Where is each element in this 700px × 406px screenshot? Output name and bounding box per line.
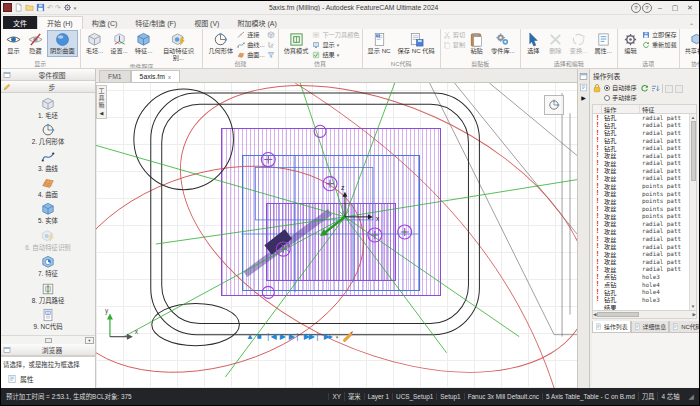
operation-row-24[interactable]: !钻孔hole3 (593, 296, 689, 304)
status-item-6[interactable]: 5 Axis Table_Table - C on B.md (542, 393, 638, 400)
steps-overflow-button[interactable]: ▾ (85, 337, 94, 344)
ribbon-button-del[interactable]: 删除 (545, 30, 566, 57)
ops-tab-2[interactable]: NC代码 (669, 321, 700, 333)
operation-row-13[interactable]: !攻丝points_patt (593, 213, 689, 221)
operation-column-header[interactable]: 操作 (602, 105, 640, 114)
status-item-5[interactable]: Fanuc 3x Mill Default.cnc (464, 393, 542, 400)
steps-collapse-handle[interactable] (45, 338, 52, 343)
ribbon-mini-button-filter[interactable] (266, 50, 276, 59)
ribbon-button-eye-off[interactable]: 隐藏 (25, 30, 46, 57)
tab-close-icon[interactable]: x (168, 74, 171, 80)
step-item-5[interactable]: 5. 实体 (38, 202, 58, 225)
graphics-canvas[interactable]: x z y x 工具箱 ◀ ▲■❘◀ (96, 83, 577, 388)
new-file-icon[interactable] (14, 3, 23, 12)
ribbon-button-circle[interactable]: 几何形体 (205, 30, 236, 57)
operation-row-19[interactable]: !攻丝radial_patt (593, 258, 689, 266)
menu-tab-4[interactable]: 附加模块 (A) (228, 16, 285, 29)
operation-row-11[interactable]: !攻丝points_patt (593, 197, 689, 205)
ribbon-button-partlib[interactable]: 零件库... (488, 30, 518, 57)
refresh-icon[interactable] (640, 84, 649, 93)
operation-row-10[interactable]: !攻丝points_patt (593, 190, 689, 198)
scroll-right-icon[interactable]: ▶ (693, 312, 696, 317)
playback-fast-forward-button[interactable]: ▶▶❘ (304, 333, 320, 341)
ribbon-button-cube[interactable]: 毛坯... (83, 30, 107, 57)
ribbon-button-cursor[interactable]: 选择 (523, 30, 544, 57)
operation-row-3[interactable]: !钻孔radial_patt (593, 137, 689, 145)
playback-step-forward-button[interactable]: ▶❘ (289, 333, 300, 341)
auto-sort-radio[interactable]: 自动排序 (604, 83, 637, 92)
undo-icon[interactable]: ↶ (47, 4, 53, 12)
open-file-icon[interactable] (25, 3, 34, 12)
playback-eject-button[interactable]: ▲ (246, 333, 253, 341)
help-icon-2[interactable]: ? (642, 3, 652, 13)
operation-row-1[interactable]: !钻孔radial_patt (593, 122, 689, 130)
ops-tab-1[interactable]: 详细信息 (631, 321, 670, 333)
step-item-1[interactable]: 1. 毛坯 (38, 97, 58, 120)
operation-row-6[interactable]: !攻丝radial_patt (593, 159, 689, 167)
scroll-up-icon[interactable]: ▲ (691, 115, 695, 120)
toolbox-collapsed-tab[interactable]: 工具箱 ◀ (96, 85, 107, 119)
ribbon-button-display-s[interactable]: 显示▾ (312, 40, 359, 49)
ribbon-button-connect[interactable]: 连接 (237, 30, 265, 39)
status-item-4[interactable]: Setup1 (436, 393, 463, 400)
manual-sort-radio[interactable]: 手动排序 (604, 93, 637, 102)
operation-row-21[interactable]: !点钻hole3 (593, 273, 689, 281)
operation-row-22[interactable]: !点钻hole4 (593, 281, 689, 289)
browser-icon[interactable] (3, 346, 11, 354)
close-button[interactable]: ✕ (683, 2, 697, 13)
ops-tab-0[interactable]: 操作列表 (592, 321, 631, 333)
ribbon-button-cube-blue[interactable]: 特征... (132, 30, 156, 57)
customize-qat-icon[interactable] (63, 3, 72, 12)
ribbon-button-gear[interactable]: 编辑 (620, 30, 641, 57)
status-item-8[interactable]: 4 芯轴 (657, 392, 682, 401)
ribbon-button-curve[interactable]: 曲线... (237, 40, 265, 49)
sort-icon[interactable] (651, 84, 660, 93)
ribbon-button-eye[interactable]: 显示 (3, 30, 24, 57)
operation-row-5[interactable]: !攻丝radial_patt (593, 152, 689, 160)
menu-tab-2[interactable]: 特征/制造 (F) (126, 16, 185, 29)
ribbon-mini-button-lx[interactable] (266, 40, 276, 49)
menu-tab-1[interactable]: 构造 (C) (83, 16, 127, 29)
horizontal-scroll-thumb[interactable] (597, 312, 639, 317)
ribbon-button-setup[interactable]: 设置... (107, 30, 131, 57)
ribbon-button-transform[interactable]: 变换... (567, 30, 591, 57)
panel-window-icon[interactable] (3, 71, 11, 79)
ribbon-mini-button-cube[interactable] (266, 30, 276, 39)
ribbon-button-paste[interactable]: 粘贴 (466, 30, 487, 57)
export-icon[interactable] (675, 85, 683, 93)
operation-row-15[interactable]: !攻丝radial_patt (593, 228, 689, 236)
dock-expand-icon[interactable]: ▶ (581, 94, 586, 101)
scroll-left-icon[interactable]: ◀ (593, 312, 596, 317)
step-item-9[interactable]: 9. NC代码 (33, 308, 62, 331)
list-view-icon[interactable] (665, 85, 673, 93)
step-item-7[interactable]: 7. 特征 (38, 255, 58, 278)
operation-row-8[interactable]: !攻丝radial_patt (593, 175, 689, 183)
ribbon-button-tool-color[interactable]: 下一刀具颜色 (312, 30, 359, 39)
status-item-3[interactable]: UCS_Setup1 (392, 393, 436, 400)
playback-play-to-end-button[interactable]: ▶▸ (324, 333, 332, 341)
ribbon-button-sphere[interactable]: 阴影曲面 (47, 30, 78, 57)
file-tab[interactable]: 文件 (3, 16, 37, 29)
redo-icon[interactable]: ↷ (55, 4, 61, 12)
ribbon-button-share[interactable]: 共享视图 (682, 30, 699, 57)
ribbon-button-surface[interactable]: 曲面... (237, 50, 265, 59)
step-item-6[interactable]: 6. 自动特征识别 (25, 229, 70, 252)
vertical-scroll-thumb[interactable] (691, 121, 696, 181)
menu-tab-3[interactable]: 视图 (V) (185, 16, 228, 29)
ribbon-button-nc-doc[interactable]: 显示 NC (365, 30, 394, 57)
view-widget[interactable] (544, 95, 564, 115)
maximize-button[interactable]: ▢ (668, 2, 682, 13)
operation-row-9[interactable]: !攻丝points_patt (593, 182, 689, 190)
status-item-2[interactable]: Layer 1 (364, 393, 392, 400)
document-tab-0[interactable]: FM1 (99, 70, 131, 82)
playback-dropdown-icon[interactable]: ▾ (336, 334, 339, 340)
dock-icon-list[interactable] (579, 83, 588, 92)
operation-row-18[interactable]: !攻丝radial_patt (593, 250, 689, 258)
vertical-scrollbar[interactable]: ▲ ▼ (689, 114, 696, 310)
operation-row-12[interactable]: !攻丝points_patt (593, 205, 689, 213)
properties-item[interactable]: 属性 (1, 372, 95, 388)
step-item-8[interactable]: 8. 刀具路径 (32, 282, 65, 305)
operation-row-14[interactable]: !攻丝radial_patt (593, 220, 689, 228)
status-item-0[interactable]: XY (328, 393, 344, 400)
help-icon[interactable]: ? (631, 3, 641, 13)
